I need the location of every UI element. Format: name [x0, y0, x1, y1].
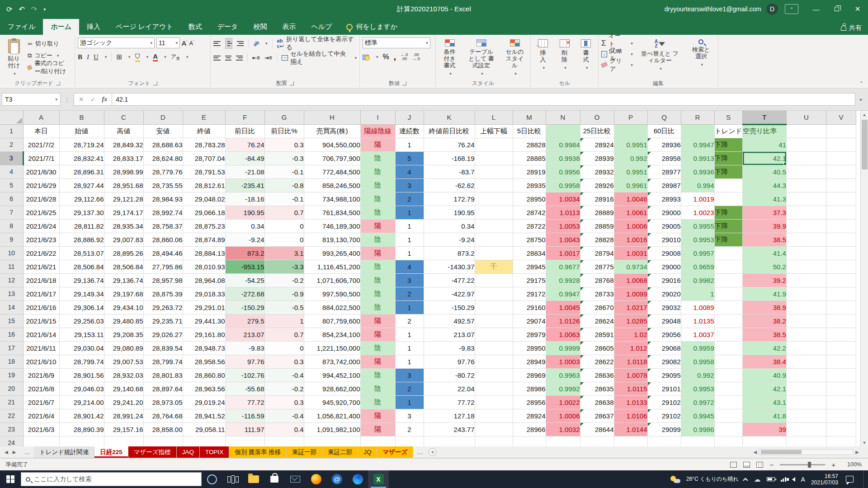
- sheet-tab-JQ[interactable]: JQ: [358, 446, 377, 458]
- cell-J13[interactable]: 2: [395, 287, 424, 300]
- cell-C12[interactable]: 29,136.74: [104, 273, 143, 287]
- cell-J3[interactable]: 5: [395, 151, 424, 165]
- align-center-icon[interactable]: [225, 54, 231, 61]
- cell-D6[interactable]: 28,984.93: [143, 192, 183, 206]
- weather-text[interactable]: 26°C くもりのち晴れ: [686, 475, 739, 483]
- cell-B15[interactable]: 29,256.03: [59, 314, 104, 328]
- cell-K12[interactable]: -477.22: [424, 273, 475, 287]
- cell-I14[interactable]: 陰: [360, 300, 395, 314]
- cell-J17[interactable]: 1: [395, 341, 424, 355]
- cell-R16[interactable]: 1.0037: [681, 328, 714, 341]
- cell-C8[interactable]: 28,935.34: [104, 219, 143, 233]
- decrease-font-icon[interactable]: Aˇ: [189, 40, 194, 47]
- autosave-icon[interactable]: ⟳: [6, 5, 12, 14]
- cell-R20[interactable]: 0.9953: [681, 382, 714, 395]
- orientation-icon[interactable]: ab: [252, 39, 260, 47]
- cell-K17[interactable]: -9.83: [424, 341, 475, 355]
- sheet-nav-right-icon[interactable]: ▶: [13, 450, 16, 455]
- format-painter-button[interactable]: 書式のコピー/貼り付け: [28, 62, 72, 73]
- cell-K13[interactable]: -422.97: [424, 287, 475, 300]
- row-header-3[interactable]: 3: [0, 151, 23, 165]
- header-cell-C1[interactable]: 高値: [104, 124, 143, 138]
- header-cell-U1[interactable]: [786, 124, 826, 138]
- cell-Q21[interactable]: 29102: [647, 395, 681, 409]
- minimize-button[interactable]: —: [806, 0, 826, 18]
- ribbon-tab-数式[interactable]: 数式: [181, 19, 210, 35]
- cell-J2[interactable]: 1: [395, 138, 424, 151]
- cell-M11[interactable]: 28945: [513, 260, 546, 273]
- cell-O18[interactable]: 28622: [580, 355, 614, 368]
- cell-G20[interactable]: -0.2: [264, 382, 304, 395]
- cell-Q2[interactable]: 28936: [647, 138, 681, 151]
- row-header-7[interactable]: 7: [0, 206, 23, 219]
- cell-N3[interactable]: 0.9938: [546, 151, 580, 165]
- cell-Q16[interactable]: 29056: [647, 328, 681, 341]
- cell-S22[interactable]: [714, 409, 742, 422]
- battery-icon[interactable]: [767, 477, 775, 481]
- cell-F10[interactable]: 873.2: [225, 246, 264, 260]
- cell-P5[interactable]: 0.9961: [614, 178, 647, 192]
- vertical-scroll-thumb[interactable]: [862, 120, 868, 169]
- row-header-14[interactable]: 14: [0, 300, 23, 314]
- cell-U16[interactable]: [786, 328, 826, 341]
- cell-D21[interactable]: 28,973.05: [143, 395, 183, 409]
- header-cell-A1[interactable]: 本日: [23, 124, 59, 138]
- header-cell-E1[interactable]: 終値: [183, 124, 225, 138]
- cell-V12[interactable]: [826, 273, 856, 287]
- cell-K18[interactable]: 97.76: [424, 355, 475, 368]
- cell-F9[interactable]: -9.24: [225, 233, 264, 246]
- cell-D16[interactable]: 29,026.27: [143, 328, 183, 341]
- scroll-down-icon[interactable]: ▼: [861, 439, 868, 446]
- dialog-launcher-icon[interactable]: [290, 81, 294, 85]
- cell-K21[interactable]: 77.72: [424, 395, 475, 409]
- cell-A15[interactable]: 2021/6/15: [23, 314, 59, 328]
- cell-C18[interactable]: 29,007.53: [104, 355, 143, 368]
- cell-S10[interactable]: [714, 246, 742, 260]
- cell-L22[interactable]: [475, 409, 513, 422]
- sheet-tab-マザーズ指標[interactable]: マザーズ指標: [128, 446, 177, 458]
- cell-T8[interactable]: 39.9: [742, 219, 786, 233]
- cell-F11[interactable]: -953.15: [225, 260, 264, 273]
- cell-O3[interactable]: 28939: [580, 151, 614, 165]
- cell-N22[interactable]: 1.0006: [546, 409, 580, 422]
- cell-D12[interactable]: 28,957.98: [143, 273, 183, 287]
- cell-M4[interactable]: 28919: [513, 165, 546, 178]
- cell-A20[interactable]: 2021/6/8: [23, 382, 59, 395]
- cell-R24[interactable]: [681, 436, 714, 446]
- cell-F13[interactable]: -272.68: [225, 287, 264, 300]
- cell-A23[interactable]: 2021/6/3: [23, 422, 59, 436]
- confirm-entry-icon[interactable]: ✓: [90, 96, 96, 103]
- cell-A4[interactable]: 2021/6/30: [23, 165, 59, 178]
- align-middle-icon[interactable]: [225, 38, 232, 49]
- cell-G19[interactable]: -0.4: [264, 368, 304, 382]
- cell-I17[interactable]: 陰: [360, 341, 395, 355]
- cell-M7[interactable]: 28742: [513, 206, 546, 219]
- cell-M12[interactable]: 29175: [513, 273, 546, 287]
- header-cell-V1[interactable]: [826, 124, 856, 138]
- column-header-U[interactable]: U: [786, 111, 826, 124]
- cell-F17[interactable]: -9.83: [225, 341, 264, 355]
- cell-Q12[interactable]: 29016: [647, 273, 681, 287]
- header-cell-M1[interactable]: 5日比較: [513, 124, 546, 138]
- cell-E6[interactable]: 29,048.02: [183, 192, 225, 206]
- cell-G8[interactable]: 0: [264, 219, 304, 233]
- currency-format-icon[interactable]: [363, 53, 370, 61]
- cell-A19[interactable]: 2021/6/9: [23, 368, 59, 382]
- cell-B22[interactable]: 28,901.42: [59, 409, 104, 422]
- header-cell-H1[interactable]: 売買高(株): [304, 124, 360, 138]
- cell-H6[interactable]: 734,988,100: [304, 192, 360, 206]
- hscroll-right-icon[interactable]: ▶: [855, 450, 859, 455]
- cell-V5[interactable]: [826, 178, 856, 192]
- cell-I20[interactable]: 陰: [360, 382, 395, 395]
- cell-T24[interactable]: [742, 436, 786, 446]
- cell-C4[interactable]: 28,998.99: [104, 165, 143, 178]
- cell-I18[interactable]: 陽: [360, 355, 395, 368]
- cell-I15[interactable]: 陽: [360, 314, 395, 328]
- header-cell-K1[interactable]: 終値前日比較: [424, 124, 475, 138]
- cell-I5[interactable]: 陰: [360, 178, 395, 192]
- cell-E4[interactable]: 28,791.53: [183, 165, 225, 178]
- cell-K7[interactable]: 190.95: [424, 206, 475, 219]
- cell-I21[interactable]: 陰: [360, 395, 395, 409]
- cell-M10[interactable]: 28834: [513, 246, 546, 260]
- cell-D14[interactable]: 29,263.72: [143, 300, 183, 314]
